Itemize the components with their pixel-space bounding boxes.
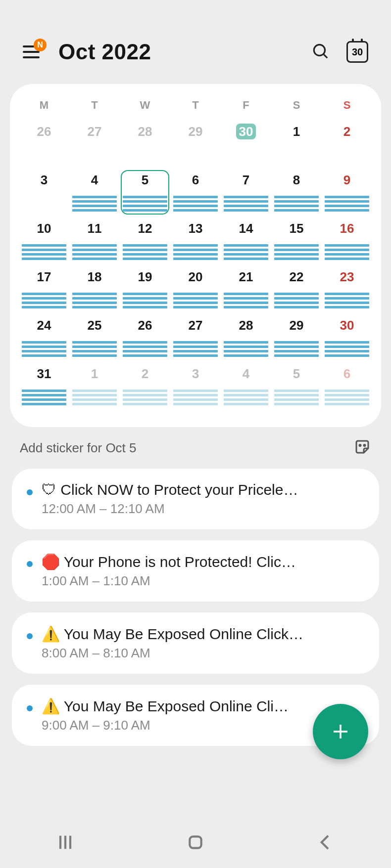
event-indicator — [224, 196, 268, 212]
event-indicator — [224, 244, 268, 260]
calendar-day[interactable]: 16 — [323, 218, 371, 263]
calendar-day[interactable]: 2 — [323, 122, 371, 166]
calendar-day[interactable]: 29 — [171, 122, 220, 166]
svg-rect-9 — [190, 836, 201, 848]
event-color-dot — [27, 633, 33, 639]
calendar-day[interactable]: 6 — [323, 364, 371, 408]
add-event-button[interactable] — [313, 704, 368, 759]
nav-home-icon[interactable] — [186, 832, 205, 854]
calendar-day[interactable]: 10 — [20, 218, 68, 263]
event-indicator — [274, 244, 319, 260]
day-number: 29 — [187, 124, 204, 139]
sticker-label: Add sticker for Oct 5 — [20, 440, 137, 456]
calendar-day[interactable]: 12 — [121, 218, 169, 263]
calendar-day[interactable]: 1 — [70, 364, 119, 408]
event-indicator — [72, 390, 117, 405]
calendar-day[interactable]: 4 — [70, 170, 119, 215]
day-number: 16 — [338, 220, 356, 236]
event-card[interactable]: 🛡 Click NOW to Protect your Pricele…12:0… — [12, 469, 379, 529]
dow-label: T — [171, 99, 220, 112]
event-indicator — [173, 244, 218, 260]
day-number: 5 — [288, 366, 305, 382]
calendar-day[interactable]: 29 — [272, 315, 321, 360]
calendar-day[interactable]: 3 — [20, 170, 68, 215]
calendar-day[interactable]: 27 — [171, 315, 220, 360]
add-sticker-row[interactable]: Add sticker for Oct 5 — [0, 427, 391, 463]
event-color-dot — [27, 561, 33, 567]
nav-back-icon[interactable] — [316, 832, 336, 854]
day-number: 3 — [35, 172, 53, 188]
calendar-day[interactable]: 19 — [121, 267, 169, 311]
event-indicator — [22, 341, 66, 357]
calendar-day[interactable]: 5 — [121, 170, 169, 215]
day-number: 30 — [338, 317, 356, 333]
dow-label: F — [222, 99, 270, 112]
jump-to-today-icon[interactable]: 30 — [346, 41, 368, 63]
calendar-day[interactable]: 28 — [121, 122, 169, 166]
calendar-day[interactable]: 27 — [70, 122, 119, 166]
search-icon[interactable] — [311, 42, 330, 62]
calendar-day[interactable]: 4 — [222, 364, 270, 408]
calendar-day[interactable]: 11 — [70, 218, 119, 263]
event-indicator — [72, 293, 117, 308]
event-card[interactable]: 🛑 Your Phone is not Protected! Clic…1:00… — [12, 540, 379, 602]
sticker-icon[interactable] — [353, 438, 371, 458]
event-indicator — [123, 196, 167, 212]
calendar-day[interactable]: 30 — [323, 315, 371, 360]
menu-button[interactable]: N — [23, 45, 40, 58]
event-indicator — [325, 293, 369, 308]
event-card[interactable]: ⚠️ You May Be Exposed Online Click…8:00 … — [12, 612, 379, 674]
day-number: 27 — [86, 124, 103, 139]
calendar-day[interactable]: 31 — [20, 364, 68, 408]
day-number: 26 — [136, 317, 154, 333]
calendar-day[interactable]: 5 — [272, 364, 321, 408]
event-time: 8:00 AM – 8:10 AM — [42, 646, 364, 661]
calendar-day[interactable]: 23 — [323, 267, 371, 311]
nav-recents-icon[interactable] — [55, 832, 75, 854]
calendar-day[interactable]: 2 — [121, 364, 169, 408]
calendar-day[interactable]: 6 — [171, 170, 220, 215]
calendar-day[interactable]: 24 — [20, 315, 68, 360]
calendar-day[interactable]: 13 — [171, 218, 220, 263]
event-indicator — [325, 390, 369, 405]
calendar-day[interactable]: 26 — [20, 122, 68, 166]
calendar-day[interactable]: 14 — [222, 218, 270, 263]
day-number: 27 — [187, 317, 204, 333]
svg-point-0 — [314, 44, 325, 55]
event-title: 🛑 Your Phone is not Protected! Clic… — [42, 553, 364, 570]
day-number: 8 — [288, 172, 305, 188]
day-number: 14 — [237, 220, 255, 236]
calendar-day[interactable]: 25 — [70, 315, 119, 360]
event-indicator — [72, 341, 117, 357]
calendar-day[interactable]: 26 — [121, 315, 169, 360]
day-number: 13 — [187, 220, 204, 236]
day-number: 24 — [35, 317, 53, 333]
event-indicator — [325, 244, 369, 260]
calendar-day[interactable]: 28 — [222, 315, 270, 360]
calendar-day[interactable]: 7 — [222, 170, 270, 215]
calendar-day[interactable]: 17 — [20, 267, 68, 311]
calendar-day[interactable]: 22 — [272, 267, 321, 311]
calendar-day[interactable]: 18 — [70, 267, 119, 311]
today-number: 30 — [352, 46, 363, 58]
calendar-day[interactable]: 21 — [222, 267, 270, 311]
event-indicator — [22, 390, 66, 405]
dow-label: M — [20, 99, 68, 112]
calendar-day[interactable]: 8 — [272, 170, 321, 215]
month-title[interactable]: Oct 2022 — [58, 40, 311, 64]
event-indicator — [22, 293, 66, 308]
day-number: 29 — [288, 317, 305, 333]
svg-line-1 — [324, 54, 327, 58]
calendar-day[interactable]: 1 — [272, 122, 321, 166]
event-indicator — [123, 390, 167, 405]
event-indicator — [123, 293, 167, 308]
event-title: ⚠️ You May Be Exposed Online Cli… — [42, 697, 364, 715]
calendar-day[interactable]: 15 — [272, 218, 321, 263]
calendar-day[interactable]: 20 — [171, 267, 220, 311]
event-indicator — [72, 244, 117, 260]
event-indicator — [224, 293, 268, 308]
event-indicator — [173, 390, 218, 405]
calendar-day[interactable]: 30 — [222, 122, 270, 166]
calendar-day[interactable]: 3 — [171, 364, 220, 408]
calendar-day[interactable]: 9 — [323, 170, 371, 215]
